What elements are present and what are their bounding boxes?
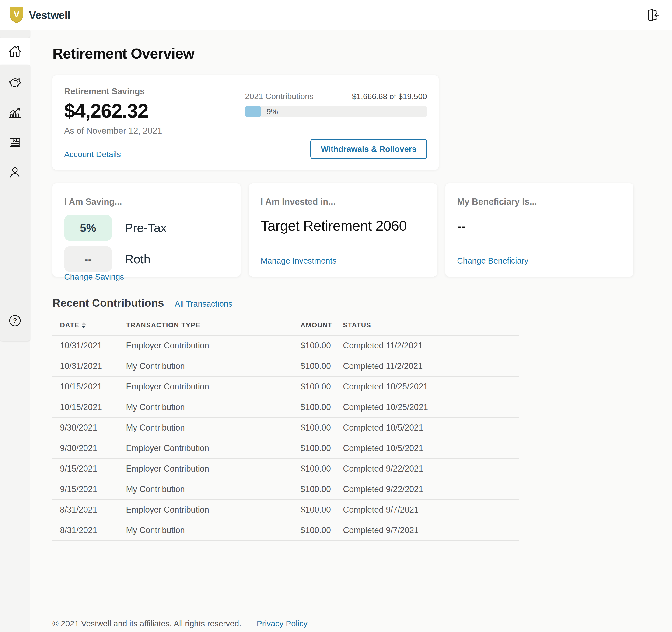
table-row: 9/15/2021Employer Contribution$100.00Com…: [52, 458, 519, 479]
brand-logo[interactable]: V Vestwell: [9, 7, 70, 24]
roth-label: Roth: [125, 252, 150, 266]
savings-label: Retirement Savings: [64, 86, 245, 96]
table-row: 9/15/2021My Contribution$100.00Completed…: [52, 479, 519, 500]
cell-amount: $100.00: [301, 500, 343, 520]
copyright-text: © 2021 Vestwell and its affiliates. All …: [52, 619, 241, 628]
pretax-label: Pre-Tax: [125, 221, 167, 235]
investments-chart-icon: [8, 106, 22, 119]
statements-book-icon: [8, 135, 22, 149]
main-content: Retirement Overview Retirement Savings $…: [52, 30, 633, 628]
cell-type: My Contribution: [126, 418, 301, 438]
sidebar-item-help[interactable]: ?: [8, 314, 22, 327]
page-title: Retirement Overview: [52, 45, 633, 62]
withdrawals-rollovers-button[interactable]: Withdrawals & Rollovers: [310, 139, 427, 159]
beneficiary-card-title: My Beneficiary Is...: [457, 197, 622, 207]
cell-date: 10/15/2021: [52, 397, 126, 418]
table-row: 10/31/2021My Contribution$100.00Complete…: [52, 356, 519, 376]
table-row: 8/31/2021Employer Contribution$100.00Com…: [52, 500, 519, 520]
cell-amount: $100.00: [301, 376, 343, 397]
cell-type: My Contribution: [126, 479, 301, 500]
contributions-header: 2021 Contributions $1,666.68 of $19,500: [245, 92, 427, 101]
i-am-invested-card: I Am Invested in... Target Retirement 20…: [249, 183, 437, 277]
contributions-progress-fill: [245, 106, 261, 117]
cell-status: Completed 11/2/2021: [343, 335, 519, 356]
retirement-savings-card: Retirement Savings $4,262.32 As of Novem…: [52, 75, 439, 170]
beneficiary-card: My Beneficiary Is... -- Change Beneficia…: [446, 183, 633, 277]
cell-date: 10/15/2021: [52, 376, 126, 397]
cell-amount: $100.00: [301, 458, 343, 479]
cell-date: 9/15/2021: [52, 458, 126, 479]
cell-amount: $100.00: [301, 397, 343, 418]
roth-row: -- Roth: [64, 246, 229, 272]
sidebar-item-home[interactable]: [0, 38, 30, 65]
cell-status: Completed 11/2/2021: [343, 356, 519, 376]
cell-date: 8/31/2021: [52, 520, 126, 540]
invested-card-title: I Am Invested in...: [261, 197, 425, 207]
cell-status: Completed 10/25/2021: [343, 397, 519, 418]
cell-status: Completed 9/22/2021: [343, 479, 519, 500]
change-savings-link[interactable]: Change Savings: [64, 272, 229, 281]
sidebar-item-investments[interactable]: [8, 106, 22, 119]
cell-type: Employer Contribution: [126, 335, 301, 356]
change-beneficiary-link[interactable]: Change Beneficiary: [457, 256, 622, 266]
transactions-table: Date Transaction Type Amount Status 10/3…: [52, 321, 519, 541]
table-row: 10/15/2021Employer Contribution$100.00Co…: [52, 376, 519, 397]
cell-status: Completed 10/5/2021: [343, 438, 519, 458]
cell-type: My Contribution: [126, 356, 301, 376]
cell-status: Completed 10/25/2021: [343, 376, 519, 397]
cell-status: Completed 10/5/2021: [343, 418, 519, 438]
column-header-type: Transaction Type: [126, 321, 301, 335]
sort-icon: [82, 322, 86, 328]
cell-date: 10/31/2021: [52, 335, 126, 356]
logout-icon: [646, 8, 661, 22]
cell-amount: $100.00: [301, 438, 343, 458]
cell-type: Employer Contribution: [126, 376, 301, 397]
sidebar-item-statements[interactable]: [8, 135, 22, 149]
piggy-bank-icon: [8, 76, 22, 89]
cell-amount: $100.00: [301, 418, 343, 438]
cell-date: 9/15/2021: [52, 479, 126, 500]
profile-person-icon: [8, 165, 22, 179]
sidebar-item-savings[interactable]: [8, 76, 22, 89]
cell-date: 9/30/2021: [52, 438, 126, 458]
table-row: 9/30/2021Employer Contribution$100.00Com…: [52, 438, 519, 458]
contributions-label: 2021 Contributions: [245, 92, 314, 101]
cell-status: Completed 9/7/2021: [343, 500, 519, 520]
cell-date: 9/30/2021: [52, 418, 126, 438]
cell-date: 8/31/2021: [52, 500, 126, 520]
svg-text:V: V: [14, 9, 20, 19]
account-details-link[interactable]: Account Details: [64, 150, 245, 159]
recent-contributions-title: Recent Contributions: [52, 297, 164, 309]
manage-investments-link[interactable]: Manage Investments: [261, 256, 425, 266]
contributions-progress-track: 9%: [245, 106, 427, 117]
cell-status: Completed 9/22/2021: [343, 458, 519, 479]
column-header-amount: Amount: [301, 321, 343, 335]
privacy-policy-link[interactable]: Privacy Policy: [257, 619, 308, 628]
page-footer: © 2021 Vestwell and its affiliates. All …: [52, 619, 633, 628]
sidebar-top-segment: [0, 30, 30, 38]
cell-status: Completed 9/7/2021: [343, 520, 519, 540]
cell-amount: $100.00: [301, 356, 343, 376]
transactions-body: 10/31/2021Employer Contribution$100.00Co…: [52, 335, 519, 540]
cell-date: 10/31/2021: [52, 356, 126, 376]
top-header: V Vestwell: [0, 0, 672, 30]
cell-amount: $100.00: [301, 335, 343, 356]
transactions-table-head: Date Transaction Type Amount Status: [52, 321, 519, 335]
table-row: 8/31/2021My Contribution$100.00Completed…: [52, 520, 519, 540]
beneficiary-value: --: [457, 219, 622, 233]
sort-desc-icon: [82, 326, 86, 328]
savings-as-of: As of November 12, 2021: [64, 126, 245, 136]
brand-wordmark: Vestwell: [29, 9, 70, 22]
pretax-pill: 5%: [64, 215, 112, 241]
recent-contributions-header: Recent Contributions All Transactions: [52, 297, 633, 309]
column-header-date[interactable]: Date: [52, 321, 126, 335]
logout-button[interactable]: [646, 8, 661, 22]
table-row: 10/31/2021Employer Contribution$100.00Co…: [52, 335, 519, 356]
table-row: 9/30/2021My Contribution$100.00Completed…: [52, 418, 519, 438]
all-transactions-link[interactable]: All Transactions: [175, 299, 233, 308]
column-header-status: Status: [343, 321, 519, 335]
cell-type: My Contribution: [126, 520, 301, 540]
savings-amount: $4,262.32: [64, 100, 245, 122]
sidebar-item-profile[interactable]: [8, 165, 22, 179]
contributions-summary: 2021 Contributions $1,666.68 of $19,500 …: [245, 92, 427, 159]
